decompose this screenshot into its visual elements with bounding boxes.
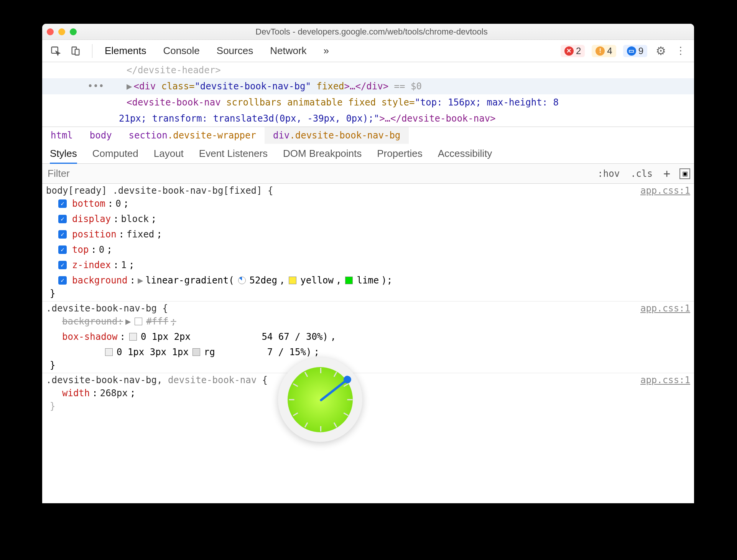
css-selector[interactable]: .devsite-book-nav-bg { [46, 303, 168, 314]
minimize-icon[interactable] [58, 28, 65, 35]
zoom-icon[interactable] [70, 28, 77, 35]
tab-network[interactable]: Network [270, 45, 306, 57]
color-swatch-icon[interactable] [135, 318, 142, 325]
angle-clock-face[interactable] [288, 367, 353, 432]
css-rule: .devsite-book-nav-bg, devsite-book-nav {… [42, 373, 694, 414]
css-rule: body[ready] .devsite-book-nav-bg[fixed] … [42, 184, 694, 301]
css-declaration[interactable]: width: 268px; [46, 385, 690, 401]
error-count[interactable]: ✕ 2 [561, 45, 585, 57]
inspect-icon[interactable] [49, 44, 62, 58]
css-declaration[interactable]: top: 0; [46, 242, 690, 257]
kebab-menu-icon[interactable]: ⋮ [674, 44, 687, 58]
breadcrumb: html body section.devsite-wrapper div.de… [42, 127, 694, 144]
tab-sources[interactable]: Sources [217, 45, 253, 57]
styles-pane-tabs: Styles Computed Layout Event Listeners D… [42, 144, 694, 164]
expand-icon[interactable]: ▶ [125, 314, 131, 329]
main-toolbar: Elements Console Sources Network » ✕ 2 !… [42, 40, 694, 62]
css-declaration[interactable]: position: fixed; [46, 227, 690, 242]
css-declaration[interactable]: z-index: 1; [46, 257, 690, 273]
dom-line[interactable]: 21px; transform: translate3d(0px, -39px,… [42, 110, 694, 127]
computed-toggle-icon[interactable]: ▣ [679, 168, 690, 179]
dom-tree[interactable]: </devsite-header> ••• ▶<div class="devsi… [42, 62, 694, 127]
css-rule: .devsite-book-nav-bg { app.css:1 backgro… [42, 301, 694, 373]
error-icon: ✕ [564, 46, 574, 56]
css-declaration-overridden[interactable]: background:▶ #fff; [46, 314, 690, 329]
cls-toggle[interactable]: .cls [625, 168, 658, 179]
checkbox-icon[interactable] [58, 245, 67, 254]
window-title: DevTools - developers.google.com/web/too… [81, 27, 663, 37]
color-swatch-icon[interactable] [192, 348, 200, 356]
device-toggle-icon[interactable] [69, 44, 82, 58]
dom-selected-node[interactable]: ••• ▶<div class="devsite-book-nav-bg" fi… [42, 78, 694, 94]
checkbox-icon[interactable] [58, 230, 67, 239]
main-tabs: Elements Console Sources Network » [105, 45, 329, 57]
shadow-swatch-icon[interactable] [105, 348, 113, 356]
warning-count[interactable]: ! 4 [592, 45, 616, 57]
css-declaration[interactable]: display: block; [46, 211, 690, 227]
issues-count-value: 9 [638, 46, 643, 56]
issues-count[interactable]: ▭ 9 [623, 45, 647, 57]
tabs-overflow[interactable]: » [324, 45, 329, 57]
subtab-dom-breakpoints[interactable]: DOM Breakpoints [283, 148, 362, 160]
crumb-body[interactable]: body [81, 127, 120, 144]
svg-rect-2 [75, 49, 79, 55]
css-declaration[interactable]: 0 1px 3px 1px rg 7 / 15%); [46, 344, 690, 360]
traffic-lights [47, 28, 77, 35]
titlebar: DevTools - developers.google.com/web/too… [42, 24, 694, 40]
css-source-link[interactable]: app.css:1 [640, 375, 690, 385]
color-swatch-icon[interactable] [289, 277, 296, 284]
checkbox-icon[interactable] [58, 276, 67, 285]
subtab-event-listeners[interactable]: Event Listeners [199, 148, 268, 160]
issues-icon: ▭ [627, 46, 636, 56]
tab-console[interactable]: Console [163, 45, 199, 57]
subtab-accessibility[interactable]: Accessibility [438, 148, 492, 160]
checkbox-icon[interactable] [58, 199, 67, 208]
styles-pane: body[ready] .devsite-book-nav-bg[fixed] … [42, 184, 694, 503]
css-declaration[interactable]: bottom: 0; [46, 196, 690, 211]
crumb-section[interactable]: section.devsite-wrapper [120, 127, 265, 144]
warning-icon: ! [596, 46, 605, 56]
new-style-rule-button[interactable]: + [658, 167, 676, 180]
css-source-link[interactable]: app.css:1 [640, 303, 690, 314]
expand-icon[interactable]: ▶ [138, 273, 143, 288]
angle-swatch-icon[interactable] [238, 277, 246, 284]
crumb-div[interactable]: div.devsite-book-nav-bg [265, 127, 409, 144]
shadow-swatch-icon[interactable] [129, 333, 137, 341]
color-swatch-icon[interactable] [345, 277, 353, 284]
checkbox-icon[interactable] [58, 261, 67, 269]
styles-filter-row: :hov .cls + ▣ [42, 164, 694, 184]
checkbox-icon[interactable] [58, 215, 67, 223]
css-declaration-gradient[interactable]: background: ▶ linear-gradient(52deg, yel… [46, 273, 690, 288]
styles-filter-input[interactable] [42, 164, 592, 183]
subtab-styles[interactable]: Styles [50, 148, 77, 164]
css-selector[interactable]: .devsite-book-nav-bg, devsite-book-nav { [46, 375, 268, 385]
css-declaration[interactable]: box-shadow: 0 1px 2px 54 67 / 30%), [46, 329, 690, 344]
crumb-html[interactable]: html [42, 127, 81, 144]
dom-line[interactable]: </devsite-header> [42, 62, 694, 78]
css-selector[interactable]: body[ready] .devsite-book-nav-bg[fixed] … [46, 185, 273, 196]
close-icon[interactable] [47, 28, 54, 35]
css-source-link[interactable]: app.css:1 [640, 185, 690, 196]
angle-clock-popover[interactable] [278, 357, 362, 442]
dom-line[interactable]: <devsite-book-nav scrollbars animatable … [42, 94, 694, 110]
warning-count-value: 4 [607, 46, 612, 56]
devtools-window: DevTools - developers.google.com/web/too… [42, 24, 694, 503]
subtab-layout[interactable]: Layout [154, 148, 184, 160]
subtab-computed[interactable]: Computed [92, 148, 138, 160]
divider [92, 44, 92, 58]
expand-icon[interactable]: ▶ [127, 81, 132, 92]
error-count-value: 2 [576, 46, 581, 56]
settings-icon[interactable]: ⚙ [654, 44, 667, 58]
tab-elements[interactable]: Elements [105, 45, 146, 57]
hov-toggle[interactable]: :hov [592, 168, 625, 179]
angle-clock-hand[interactable] [319, 379, 348, 402]
subtab-properties[interactable]: Properties [377, 148, 423, 160]
overflow-ellipsis-icon: ••• [87, 78, 104, 94]
